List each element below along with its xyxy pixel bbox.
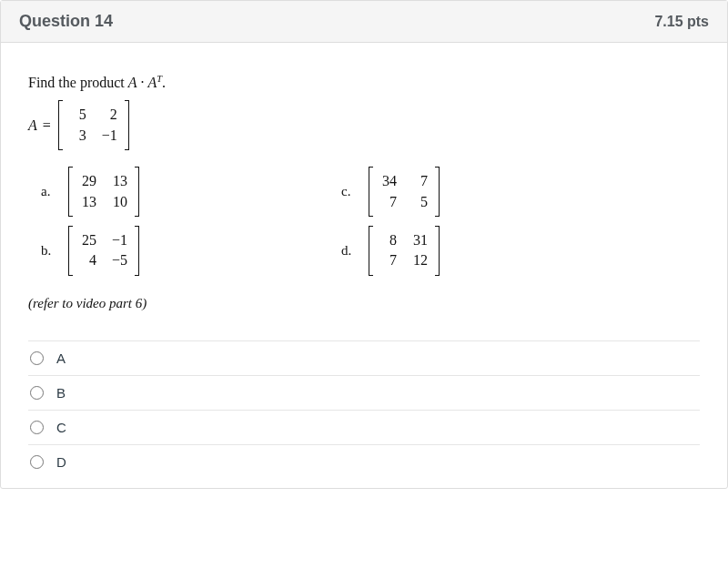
- matrix-cell: 10: [111, 192, 127, 212]
- matrix-cell: 34: [380, 171, 397, 191]
- answer-option-a[interactable]: A: [28, 340, 700, 375]
- matrix-A-definition: A = 5 2 3 −1: [28, 100, 700, 150]
- choice-c: c. 34 7 7 5: [341, 167, 614, 217]
- answer-label: D: [56, 454, 66, 470]
- answer-label: C: [56, 420, 66, 435]
- matrix-cell: 7: [380, 250, 397, 270]
- choice-d-matrix: 8 31 7 12: [369, 226, 440, 276]
- matrix-cell: 3: [70, 126, 86, 146]
- question-card: Question 14 7.15 pts Find the product A …: [0, 0, 728, 489]
- bracket-right-icon: [435, 226, 440, 276]
- matrix-cell: 5: [411, 192, 428, 212]
- choice-letter: b.: [41, 243, 54, 259]
- question-body: Find the product A · AT. A = 5 2 3 −1: [1, 43, 727, 488]
- answer-radio-b[interactable]: [30, 386, 44, 400]
- prompt-dot: ·: [137, 75, 148, 90]
- choice-b: b. 25 −1 4 −5: [41, 226, 314, 276]
- bracket-right-icon: [135, 226, 139, 276]
- prompt-prefix: Find the product: [28, 75, 128, 90]
- prompt-text: Find the product A · AT.: [28, 74, 700, 91]
- matrix-cell: 7: [411, 171, 428, 191]
- matrix-cell: 4: [80, 250, 96, 270]
- answer-label: B: [56, 385, 66, 401]
- choice-a: a. 29 13 13 10: [41, 167, 314, 217]
- matrix-cell: 7: [380, 192, 397, 212]
- answer-radio-a[interactable]: [30, 351, 44, 365]
- matrix-cell: 29: [80, 171, 96, 191]
- prompt-At-base: A: [148, 75, 157, 90]
- bracket-right-icon: [125, 100, 129, 150]
- equals-sign: =: [43, 117, 51, 134]
- question-points: 7.15 pts: [654, 14, 709, 30]
- matrix-cell: −1: [101, 126, 117, 146]
- matrix-cell: −5: [111, 250, 127, 270]
- bracket-right-icon: [435, 167, 440, 217]
- answer-radio-d[interactable]: [30, 455, 44, 469]
- choice-d: d. 8 31 7 12: [341, 226, 614, 276]
- choice-letter: d.: [341, 243, 354, 259]
- choice-c-matrix: 34 7 7 5: [369, 167, 440, 217]
- matrix-cell: 2: [101, 105, 117, 125]
- matrix-cell: 8: [380, 230, 397, 250]
- answer-list: A B C D: [28, 340, 700, 479]
- choice-grid: a. 29 13 13 10: [41, 167, 700, 276]
- answer-option-b[interactable]: B: [28, 375, 700, 410]
- prompt-A: A: [128, 75, 137, 90]
- choice-letter: c.: [341, 184, 354, 199]
- matrix-cell: −1: [111, 230, 127, 250]
- answer-radio-c[interactable]: [30, 421, 44, 434]
- choice-b-matrix: 25 −1 4 −5: [68, 226, 139, 276]
- matrix-A: 5 2 3 −1: [58, 100, 129, 150]
- prompt-period: .: [162, 75, 166, 90]
- bracket-right-icon: [135, 167, 139, 217]
- matrix-cell: 13: [111, 171, 127, 191]
- matrix-A-lhs: A: [28, 117, 37, 133]
- answer-option-c[interactable]: C: [28, 410, 700, 444]
- question-title: Question 14: [19, 12, 113, 31]
- reference-note: (refer to video part 6): [28, 296, 700, 311]
- answer-option-d[interactable]: D: [28, 444, 700, 479]
- answer-label: A: [56, 350, 66, 366]
- choice-letter: a.: [41, 184, 54, 199]
- question-header: Question 14 7.15 pts: [1, 1, 727, 43]
- matrix-cell: 12: [411, 250, 428, 270]
- matrix-cell: 13: [80, 192, 96, 212]
- choice-a-matrix: 29 13 13 10: [68, 167, 139, 217]
- matrix-cell: 5: [70, 105, 86, 125]
- matrix-cell: 25: [80, 230, 96, 250]
- matrix-cell: 31: [411, 230, 428, 250]
